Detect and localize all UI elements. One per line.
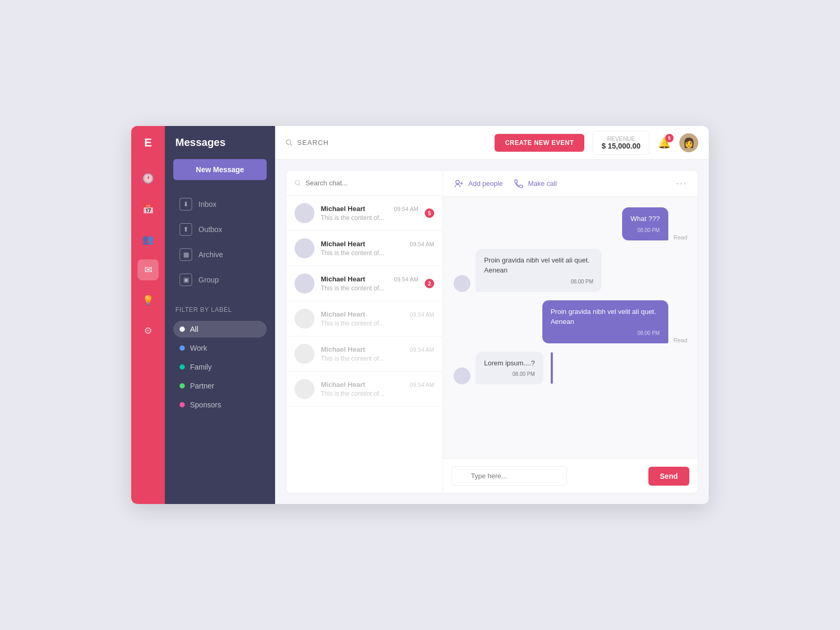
filter-dot-family xyxy=(180,364,185,370)
sidebar-item-archive[interactable]: ▦ Archive xyxy=(173,243,267,266)
more-options-button[interactable]: ··· xyxy=(676,178,687,189)
message-search-box[interactable] xyxy=(286,171,443,196)
filter-all-label: All xyxy=(190,325,198,333)
message-time-2: 09.54 AM xyxy=(394,276,418,282)
outbox-icon: ⬆ xyxy=(180,223,192,236)
message-preview-1: This is the content of... xyxy=(321,249,434,257)
message-header-5: Michael Heart 09.54 AM xyxy=(321,381,434,388)
message-preview-0: This is the content of... xyxy=(321,214,418,222)
message-item-5[interactable]: Michael Heart 09.54 AM This is the conte… xyxy=(286,372,443,407)
sidebar-item-group[interactable]: ▣ Group xyxy=(173,268,267,291)
message-preview-5: This is the content of... xyxy=(321,390,434,397)
filter-all[interactable]: All xyxy=(173,321,267,338)
message-info-0: Michael Heart 09.54 AM This is the conte… xyxy=(321,205,418,222)
filter-section: Filter by Label All Work Family Partner … xyxy=(173,306,267,415)
app-logo: E xyxy=(131,126,165,160)
mail-icon[interactable]: ✉ xyxy=(138,259,159,280)
message-name-2: Michael Heart xyxy=(321,275,365,283)
svg-line-1 xyxy=(290,144,292,145)
add-people-label: Add people xyxy=(468,180,503,187)
message-badge-0: 5 xyxy=(425,208,434,218)
message-header-2: Michael Heart 09.54 AM xyxy=(321,275,418,283)
message-item-0[interactable]: Michael Heart 09.54 AM This is the conte… xyxy=(286,196,443,231)
search-icon xyxy=(286,139,293,147)
chat-input-area: 📎 Send xyxy=(443,458,698,493)
message-item-3[interactable]: Michael Heart 09.54 AM This is the conte… xyxy=(286,301,443,337)
message-preview-3: This is the content of... xyxy=(321,320,434,327)
message-item-1[interactable]: Michael Heart 09.54 AM This is the conte… xyxy=(286,231,443,266)
notification-bell[interactable]: 🔔 5 xyxy=(658,136,671,149)
notification-badge: 5 xyxy=(665,134,674,142)
group-label: Group xyxy=(198,276,219,284)
message-info-5: Michael Heart 09.54 AM This is the conte… xyxy=(321,381,434,397)
bubble-text-0: What ??? xyxy=(631,214,660,224)
content-area: CREATE NEW EVENT Revenue $ 15,000.00 🔔 5… xyxy=(275,126,709,504)
messages-panel: Michael Heart 09.54 AM This is the conte… xyxy=(286,170,443,494)
svg-point-4 xyxy=(456,180,459,184)
filter-partner-label: Partner xyxy=(190,382,214,390)
message-info-1: Michael Heart 09.54 AM This is the conte… xyxy=(321,240,434,257)
phone-icon xyxy=(513,178,524,189)
chat-panel: Add people Make call ··· Read xyxy=(443,170,698,494)
icon-nav: 🕐 📅 👥 ✉ 💡 ⚙ xyxy=(138,168,159,504)
make-call-button[interactable]: Make call xyxy=(513,178,557,189)
group-icon: ▣ xyxy=(180,274,192,286)
bubble-time-0: 08.00 PM xyxy=(631,226,660,234)
message-search-input[interactable] xyxy=(306,179,434,187)
archive-icon: ▦ xyxy=(180,248,192,261)
make-call-label: Make call xyxy=(528,180,557,187)
add-people-button[interactable]: Add people xyxy=(454,178,503,189)
calendar-icon[interactable]: 📅 xyxy=(138,198,159,219)
chat-message-received-1: Proin gravida nibh vel velit ali quet. A… xyxy=(454,249,687,292)
archive-label: Archive xyxy=(198,250,223,259)
search-box[interactable] xyxy=(286,139,382,147)
chat-bubble-received-1: Proin gravida nibh vel velit ali quet. A… xyxy=(476,249,602,292)
chat-avatar-1 xyxy=(454,275,470,292)
filter-sponsors[interactable]: Sponsors xyxy=(173,396,267,413)
chat-input[interactable] xyxy=(452,466,567,486)
search-input[interactable] xyxy=(297,139,382,146)
create-event-button[interactable]: CREATE NEW EVENT xyxy=(495,134,584,152)
add-people-icon xyxy=(454,178,464,189)
bubble-text-1: Proin gravida nibh vel velit ali quet. A… xyxy=(484,255,593,276)
chat-header: Add people Make call ··· xyxy=(443,171,698,197)
chat-message-received-3-row: Lorem ipsum....? 08.00 PM xyxy=(454,352,687,385)
message-info-4: Michael Heart 09.54 AM This is the conte… xyxy=(321,345,434,362)
message-name-1: Michael Heart xyxy=(321,240,365,248)
message-time-3: 09.54 AM xyxy=(410,311,434,318)
message-info-2: Michael Heart 09.54 AM This is the conte… xyxy=(321,275,418,292)
revenue-value: $ 15,000.00 xyxy=(602,142,640,150)
bubble-time-2: 08.00 PM xyxy=(551,329,660,337)
message-time-5: 09.54 AM xyxy=(410,382,434,388)
message-avatar-2 xyxy=(295,274,314,293)
new-message-button[interactable]: New Message xyxy=(173,159,267,180)
message-preview-2: This is the content of... xyxy=(321,285,418,292)
avatar[interactable]: 👩 xyxy=(679,133,698,152)
message-info-3: Michael Heart 09.54 AM This is the conte… xyxy=(321,310,434,327)
send-button[interactable]: Send xyxy=(648,467,689,486)
filter-family[interactable]: Family xyxy=(173,359,267,375)
filter-work-label: Work xyxy=(190,344,207,352)
message-time-0: 09.54 AM xyxy=(394,206,418,212)
filter-partner[interactable]: Partner xyxy=(173,377,267,394)
message-avatar-1 xyxy=(295,238,314,258)
message-item-2[interactable]: Michael Heart 09.54 AM This is the conte… xyxy=(286,266,443,301)
settings-icon[interactable]: ⚙ xyxy=(138,320,159,341)
sidebar-item-outbox[interactable]: ⬆ Outbox xyxy=(173,218,267,241)
revenue-box: Revenue $ 15,000.00 xyxy=(593,131,649,155)
chat-bubble-sent-0: What ??? 08.00 PM xyxy=(622,207,668,240)
message-avatar-5 xyxy=(295,379,314,399)
users-icon[interactable]: 👥 xyxy=(138,229,159,250)
filter-work[interactable]: Work xyxy=(173,340,267,356)
chat-message-sent-2: Read Proin gravida nibh vel velit ali qu… xyxy=(454,300,687,343)
message-item-4[interactable]: Michael Heart 09.54 AM This is the conte… xyxy=(286,337,443,372)
filter-sponsors-label: Sponsors xyxy=(190,401,221,409)
bulb-icon[interactable]: 💡 xyxy=(138,290,159,311)
sidebar-item-inbox[interactable]: ⬇ Inbox xyxy=(173,193,267,216)
clock-icon[interactable]: 🕐 xyxy=(138,168,159,189)
message-name-3: Michael Heart xyxy=(321,310,365,318)
message-name-5: Michael Heart xyxy=(321,381,365,388)
bubble-text-3: Lorem ipsum....? xyxy=(484,358,535,369)
bubble-time-3: 08.00 PM xyxy=(484,370,535,378)
message-time-1: 09.54 AM xyxy=(410,241,434,247)
